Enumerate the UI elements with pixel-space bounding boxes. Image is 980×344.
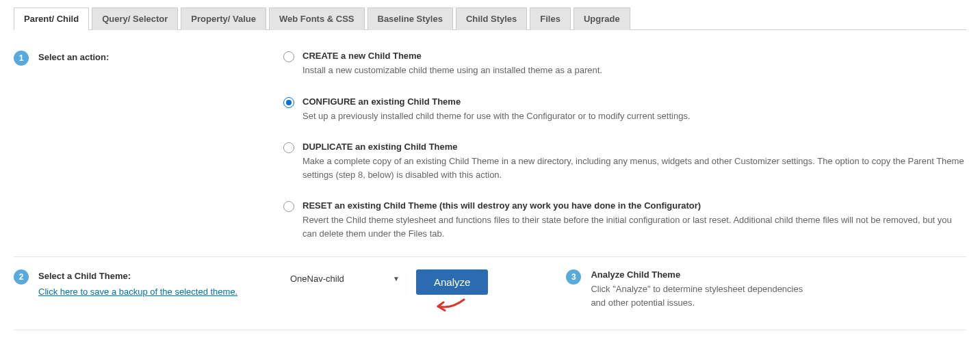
arrow-icon	[431, 297, 465, 313]
step1-row: 1 Select an action: CREATE a new Child T…	[14, 51, 966, 257]
step3-group: 3 Analyze Child Theme Click "Analyze" to…	[566, 269, 810, 309]
tab-baseline-styles[interactable]: Baseline Styles	[368, 8, 453, 30]
step2-label-text: Select a Child Theme:	[38, 271, 131, 281]
tab-query-selector[interactable]: Query/ Selector	[92, 8, 178, 30]
step2-row: 2 Select a Child Theme: Click here to sa…	[14, 257, 966, 330]
step1-options: CREATE a new Child Theme Install a new c…	[283, 51, 966, 240]
radio-duplicate[interactable]	[283, 142, 294, 153]
dropdown-selected-value: OneNav-child	[290, 274, 344, 284]
chevron-down-icon: ▼	[393, 275, 400, 282]
tabs-bar: Parent/ Child Query/ Selector Property/ …	[14, 7, 966, 30]
option-configure-title: CONFIGURE an existing Child Theme	[302, 96, 966, 107]
tab-property-value[interactable]: Property/ Value	[181, 8, 266, 30]
option-reset-title: RESET an existing Child Theme (this will…	[302, 200, 966, 211]
step3-title: Analyze Child Theme	[591, 269, 810, 280]
step2-badge: 2	[14, 269, 29, 285]
option-duplicate-desc: Make a complete copy of an existing Chil…	[302, 155, 966, 181]
option-reset-desc: Revert the Child theme stylesheet and fu…	[302, 213, 966, 240]
analyze-button[interactable]: Analyze	[416, 269, 488, 295]
option-reset: RESET an existing Child Theme (this will…	[283, 200, 966, 240]
radio-create[interactable]	[283, 51, 294, 62]
step2-label: Select a Child Theme: Click here to save…	[38, 269, 244, 297]
radio-reset[interactable]	[283, 201, 294, 212]
option-create-title: CREATE a new Child Theme	[302, 51, 966, 61]
backup-link[interactable]: Click here to save a backup of the selec…	[38, 287, 244, 297]
option-duplicate: DUPLICATE an existing Child Theme Make a…	[283, 142, 966, 181]
step1-badge: 1	[14, 51, 29, 66]
tab-files[interactable]: Files	[530, 8, 571, 30]
option-configure-desc: Set up a previously installed child them…	[302, 109, 966, 123]
step3-desc: Click "Analyze" to determine stylesheet …	[591, 282, 810, 309]
step3-badge: 3	[566, 269, 581, 285]
step1-label: Select an action:	[38, 51, 244, 62]
tab-parent-child[interactable]: Parent/ Child	[14, 8, 89, 30]
radio-configure[interactable]	[283, 97, 294, 108]
tab-web-fonts-css[interactable]: Web Fonts & CSS	[269, 8, 365, 30]
option-create-desc: Install a new customizable child theme u…	[302, 64, 966, 77]
tab-upgrade[interactable]: Upgrade	[573, 8, 630, 30]
option-configure: CONFIGURE an existing Child Theme Set up…	[283, 96, 966, 123]
tab-child-styles[interactable]: Child Styles	[456, 8, 527, 30]
option-create: CREATE a new Child Theme Install a new c…	[283, 51, 966, 77]
option-duplicate-title: DUPLICATE an existing Child Theme	[302, 142, 966, 152]
child-theme-dropdown[interactable]: OneNav-child ▼	[283, 269, 407, 288]
